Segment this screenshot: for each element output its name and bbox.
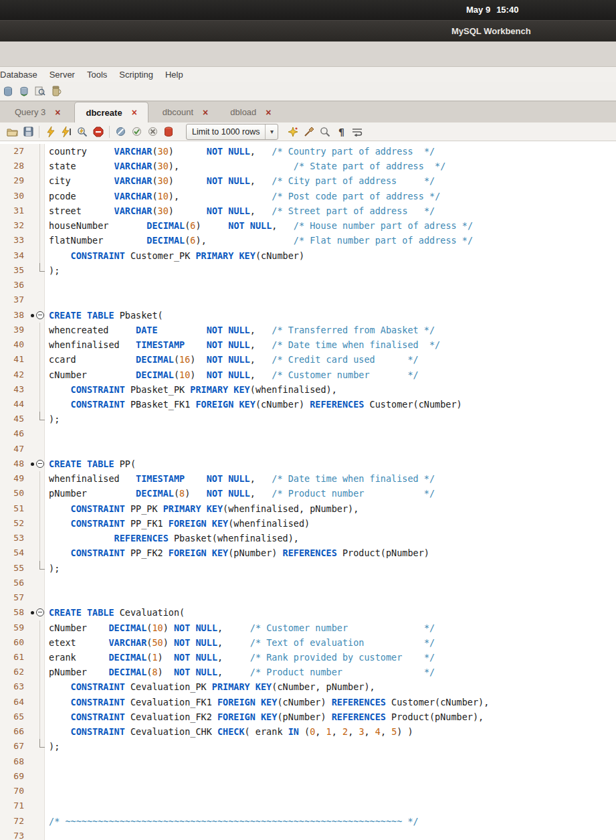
close-icon[interactable]: × xyxy=(203,108,208,117)
code-line[interactable]: 45); xyxy=(0,412,616,426)
beautify-icon[interactable] xyxy=(285,124,301,140)
code-line[interactable]: 52 CONSTRAINT PP_FK1 FOREIGN KEY(whenfin… xyxy=(0,516,616,531)
line-number: 30 xyxy=(0,189,27,203)
code-line[interactable]: 65 CONSTRAINT Cevaluation_FK2 FOREIGN KE… xyxy=(0,709,616,724)
code-text: pcode VARCHAR(10), /* Post code part of … xyxy=(45,189,440,203)
code-text xyxy=(45,278,49,292)
commit-icon[interactable] xyxy=(128,124,144,140)
code-line[interactable]: 49whenfinalised TIMESTAMP NOT NULL, /* D… xyxy=(0,471,616,486)
code-line[interactable]: 44 CONSTRAINT PBasket_FK1 FOREIGN KEY(cN… xyxy=(0,397,616,412)
code-line[interactable]: 37 xyxy=(0,292,616,307)
code-line[interactable]: 66 CONSTRAINT Cevaluation_CHK CHECK( era… xyxy=(0,724,616,739)
sync-database-icon[interactable] xyxy=(17,84,31,99)
menu-tools[interactable]: Tools xyxy=(81,68,113,82)
fold-collapse-icon[interactable] xyxy=(27,456,45,471)
dump-icon[interactable] xyxy=(49,84,63,99)
code-line[interactable]: 38CREATE TABLE Pbasket( xyxy=(0,308,616,323)
code-line[interactable]: 55); xyxy=(0,561,616,576)
code-line[interactable]: 56 xyxy=(0,576,616,590)
code-line[interactable]: 31street VARCHAR(30) NOT NULL, /* Street… xyxy=(0,203,616,218)
code-line[interactable]: 73 xyxy=(0,829,616,840)
save-icon[interactable] xyxy=(20,124,36,140)
code-line[interactable]: 71 xyxy=(0,799,616,813)
code-line[interactable]: 70 xyxy=(0,784,616,799)
code-line[interactable]: 30pcode VARCHAR(10), /* Post code part o… xyxy=(0,189,616,203)
code-line[interactable]: 50pNumber DECIMAL(8) NOT NULL, /* Produc… xyxy=(0,486,616,501)
code-line[interactable]: 59cNumber DECIMAL(10) NOT NULL, /* Custo… xyxy=(0,620,616,635)
tab-dbload[interactable]: dbload × xyxy=(222,102,279,122)
code-line[interactable]: 47 xyxy=(0,442,616,456)
autocommit-icon[interactable] xyxy=(161,124,177,140)
fold-gutter xyxy=(27,501,45,516)
system-clock[interactable]: May 915:40 xyxy=(466,5,518,15)
menu-scripting[interactable]: Scripting xyxy=(113,68,159,82)
code-line[interactable]: 72/* ~~~~~~~~~~~~~~~~~~~~~~~~~~~~~~~~~~~… xyxy=(0,814,616,829)
line-number: 45 xyxy=(0,412,27,426)
code-line[interactable]: 68 xyxy=(0,754,616,769)
code-line[interactable]: 61erank DECIMAL(1) NOT NULL, /* Rank pro… xyxy=(0,650,616,665)
tab-dbcreate[interactable]: dbcreate × xyxy=(74,102,148,122)
tab-label: dbload xyxy=(230,107,256,117)
fold-collapse-icon[interactable] xyxy=(27,605,45,620)
code-line[interactable]: 69 xyxy=(0,769,616,784)
code-line[interactable]: 42cNumber DECIMAL(10) NOT NULL, /* Custo… xyxy=(0,367,616,382)
fold-gutter xyxy=(27,650,45,665)
close-icon[interactable]: × xyxy=(55,108,60,117)
close-icon[interactable]: × xyxy=(132,108,137,117)
menu-help[interactable]: Help xyxy=(159,68,189,82)
code-line[interactable]: 64 CONSTRAINT Cevaluation_FK1 FOREIGN KE… xyxy=(0,695,616,709)
toggle-stop-on-error-icon[interactable] xyxy=(112,124,128,140)
code-line[interactable]: 53 REFERENCES Pbasket(whenfinalised), xyxy=(0,531,616,545)
code-line[interactable]: 36 xyxy=(0,278,616,292)
stop-icon[interactable] xyxy=(90,124,106,140)
clear-icon[interactable] xyxy=(301,124,317,140)
sql-code-editor[interactable]: 27country VARCHAR(30) NOT NULL, /* Count… xyxy=(0,141,616,840)
limit-rows-dropdown[interactable]: Limit to 1000 rows ▾ xyxy=(186,124,278,140)
wrap-icon[interactable] xyxy=(349,124,365,140)
code-line[interactable]: 51 CONSTRAINT PP_PK PRIMARY KEY(whenfina… xyxy=(0,501,616,516)
database-icon[interactable] xyxy=(1,84,15,99)
window-title-bar: MySQL Workbench xyxy=(0,20,616,41)
menu-bar: Database Server Tools Scripting Help xyxy=(0,67,616,82)
execute-statement-icon[interactable] xyxy=(58,124,74,140)
menu-database[interactable]: Database xyxy=(0,68,43,82)
code-line[interactable]: 43 CONSTRAINT Pbasket_PK PRIMARY KEY(whe… xyxy=(0,382,616,397)
code-line[interactable]: 40whenfinalised TIMESTAMP NOT NULL, /* D… xyxy=(0,337,616,352)
code-line[interactable]: 39whencreated DATE NOT NULL, /* Transfer… xyxy=(0,323,616,337)
search-database-icon[interactable] xyxy=(33,84,47,99)
code-line[interactable]: 27country VARCHAR(30) NOT NULL, /* Count… xyxy=(0,144,616,159)
rollback-icon[interactable] xyxy=(144,124,161,140)
close-icon[interactable]: × xyxy=(266,108,271,117)
invisibles-icon[interactable]: ¶ xyxy=(333,124,349,140)
code-line[interactable]: 60etext VARCHAR(50) NOT NULL, /* Text of… xyxy=(0,635,616,650)
find-icon[interactable] xyxy=(317,124,333,140)
code-line[interactable]: 46 xyxy=(0,426,616,441)
code-line[interactable]: 35); xyxy=(0,263,616,278)
code-line[interactable]: 54 CONSTRAINT PP_FK2 FOREIGN KEY(pNumber… xyxy=(0,545,616,560)
line-number: 64 xyxy=(0,695,27,709)
code-line[interactable]: 32houseNumber DECIMAL(6) NOT NULL, /* Ho… xyxy=(0,218,616,233)
code-text: ); xyxy=(45,412,60,426)
code-line[interactable]: 58CREATE TABLE Cevaluation( xyxy=(0,605,616,620)
code-line[interactable]: 62pNumber DECIMAL(8) NOT NULL, /* Produc… xyxy=(0,665,616,679)
fold-gutter xyxy=(27,590,45,605)
execute-script-icon[interactable] xyxy=(42,124,58,140)
fold-gutter xyxy=(27,292,45,307)
code-line[interactable]: 63 CONSTRAINT Cevaluation_PK PRIMARY KEY… xyxy=(0,679,616,694)
tab-dbcount[interactable]: dbcount × xyxy=(155,102,216,122)
code-text: ); xyxy=(45,561,60,576)
explain-icon[interactable] xyxy=(74,124,90,140)
fold-collapse-icon[interactable] xyxy=(27,308,45,323)
open-file-icon[interactable] xyxy=(4,124,20,140)
code-line[interactable]: 41ccard DECIMAL(16) NOT NULL, /* Credit … xyxy=(0,352,616,367)
code-line[interactable]: 28state VARCHAR(30), /* State part of ad… xyxy=(0,159,616,173)
code-line[interactable]: 48CREATE TABLE PP( xyxy=(0,456,616,471)
code-line[interactable]: 57 xyxy=(0,590,616,605)
code-line[interactable]: 33flatNumber DECIMAL(6), /* Flat number … xyxy=(0,233,616,248)
code-line[interactable]: 29city VARCHAR(30) NOT NULL, /* City par… xyxy=(0,173,616,188)
code-line[interactable]: 67); xyxy=(0,739,616,754)
menu-server[interactable]: Server xyxy=(43,68,81,82)
fold-gutter xyxy=(27,442,45,456)
code-line[interactable]: 34 CONSTRAINT Customer_PK PRIMARY KEY(cN… xyxy=(0,248,616,263)
tab-query-3[interactable]: Query 3 × xyxy=(7,102,68,122)
